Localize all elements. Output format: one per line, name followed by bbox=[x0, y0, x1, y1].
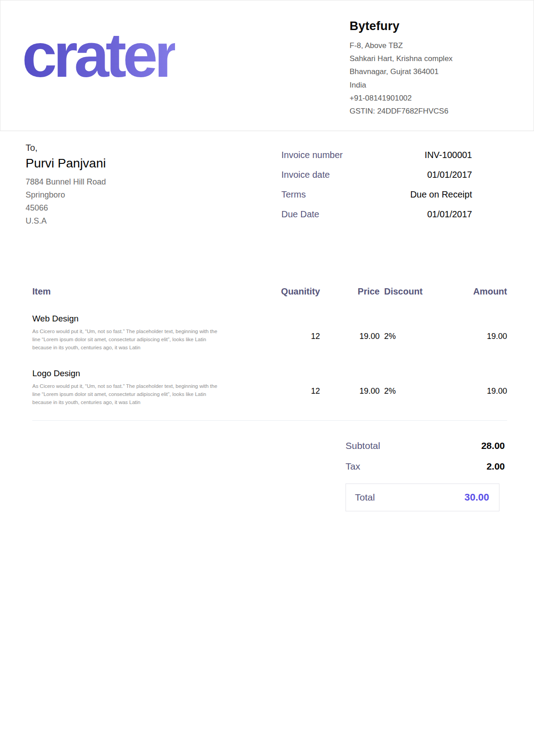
invoice-date-label: Invoice date bbox=[281, 170, 330, 180]
column-header-price: Price bbox=[320, 286, 380, 297]
company-address-line: Bhavnagar, Gujrat 364001 bbox=[350, 65, 475, 78]
customer-address-line: 7884 Bunnel Hill Road bbox=[26, 176, 106, 189]
item-quantity: 12 bbox=[232, 314, 320, 352]
company-gstin: GSTIN: 24DDF7682FHVCS6 bbox=[350, 105, 475, 118]
item-discount: 2% bbox=[380, 314, 465, 352]
item-name: Web Design bbox=[32, 314, 232, 324]
company-name: Bytefury bbox=[350, 19, 475, 33]
total-box: Total 30.00 bbox=[346, 483, 499, 511]
tax-value: 2.00 bbox=[486, 461, 505, 472]
column-header-item: Item bbox=[32, 286, 232, 297]
column-header-amount: Amount bbox=[465, 286, 507, 297]
due-date-label: Due Date bbox=[281, 209, 320, 220]
item-description: As Cicero would put it, “Um, not so fast… bbox=[32, 382, 221, 406]
total-label: Total bbox=[355, 492, 375, 503]
invoice-number-label: Invoice number bbox=[281, 150, 343, 160]
item-amount: 19.00 bbox=[465, 369, 507, 406]
tax-label: Tax bbox=[346, 461, 360, 472]
item-price: 19.00 bbox=[320, 369, 380, 406]
items-table: Item Quanitity Price Discount Amount Web… bbox=[32, 286, 507, 421]
invoice-number-value: INV-100001 bbox=[425, 150, 472, 160]
item-quantity: 12 bbox=[232, 369, 320, 406]
column-header-discount: Discount bbox=[380, 286, 465, 297]
terms-label: Terms bbox=[281, 189, 306, 200]
item-cell: Logo Design As Cicero would put it, “Um,… bbox=[32, 369, 232, 406]
terms-value: Due on Receipt bbox=[410, 189, 472, 200]
item-description: As Cicero would put it, “Um, not so fast… bbox=[32, 328, 221, 352]
column-header-quantity: Quanitity bbox=[232, 286, 320, 297]
subtotal-row: Subtotal 28.00 bbox=[346, 440, 505, 451]
table-row: Web Design As Cicero would put it, “Um, … bbox=[32, 314, 507, 352]
customer-address: 7884 Bunnel Hill Road Springboro 45066 U… bbox=[26, 176, 106, 228]
company-address-line: Sahkari Hart, Krishna complex bbox=[350, 52, 475, 65]
item-discount: 2% bbox=[380, 369, 465, 406]
subtotal-label: Subtotal bbox=[346, 440, 380, 451]
total-value: 30.00 bbox=[464, 492, 489, 503]
items-table-header: Item Quanitity Price Discount Amount bbox=[32, 286, 507, 297]
invoice-date-value: 01/01/2017 bbox=[427, 170, 472, 180]
customer-address-line: U.S.A bbox=[26, 215, 106, 228]
invoice-date-row: Invoice date 01/01/2017 bbox=[281, 170, 472, 180]
invoice-number-row: Invoice number INV-100001 bbox=[281, 150, 472, 160]
crater-logo: crater bbox=[22, 24, 175, 131]
due-date-value: 01/01/2017 bbox=[427, 209, 472, 220]
terms-row: Terms Due on Receipt bbox=[281, 189, 472, 200]
bill-to-label: To, bbox=[26, 143, 106, 153]
company-block: Bytefury F-8, Above TBZ Sahkari Hart, Kr… bbox=[350, 17, 475, 131]
invoice-header: crater Bytefury F-8, Above TBZ Sahkari H… bbox=[0, 0, 534, 131]
due-date-row: Due Date 01/01/2017 bbox=[281, 209, 472, 220]
item-price: 19.00 bbox=[320, 314, 380, 352]
customer-name: Purvi Panjvani bbox=[26, 156, 106, 171]
company-address-line: India bbox=[350, 79, 475, 92]
invoice-meta: Invoice number INV-100001 Invoice date 0… bbox=[281, 150, 472, 229]
company-address-line: F-8, Above TBZ bbox=[350, 39, 475, 52]
item-amount: 19.00 bbox=[465, 314, 507, 352]
table-row: Logo Design As Cicero would put it, “Um,… bbox=[32, 369, 507, 406]
bill-to-block: To, Purvi Panjvani 7884 Bunnel Hill Road… bbox=[26, 143, 106, 229]
items-divider bbox=[32, 420, 507, 421]
customer-address-line: Springboro bbox=[26, 189, 106, 202]
tax-row: Tax 2.00 bbox=[346, 461, 505, 472]
company-phone: +91-08141901002 bbox=[350, 92, 475, 105]
billing-section: To, Purvi Panjvani 7884 Bunnel Hill Road… bbox=[0, 131, 534, 229]
subtotal-value: 28.00 bbox=[481, 440, 505, 451]
customer-address-line: 45066 bbox=[26, 202, 106, 215]
item-name: Logo Design bbox=[32, 369, 232, 378]
company-address: F-8, Above TBZ Sahkari Hart, Krishna com… bbox=[350, 39, 475, 118]
item-cell: Web Design As Cicero would put it, “Um, … bbox=[32, 314, 232, 352]
totals-section: Subtotal 28.00 Tax 2.00 Total 30.00 bbox=[346, 440, 505, 511]
